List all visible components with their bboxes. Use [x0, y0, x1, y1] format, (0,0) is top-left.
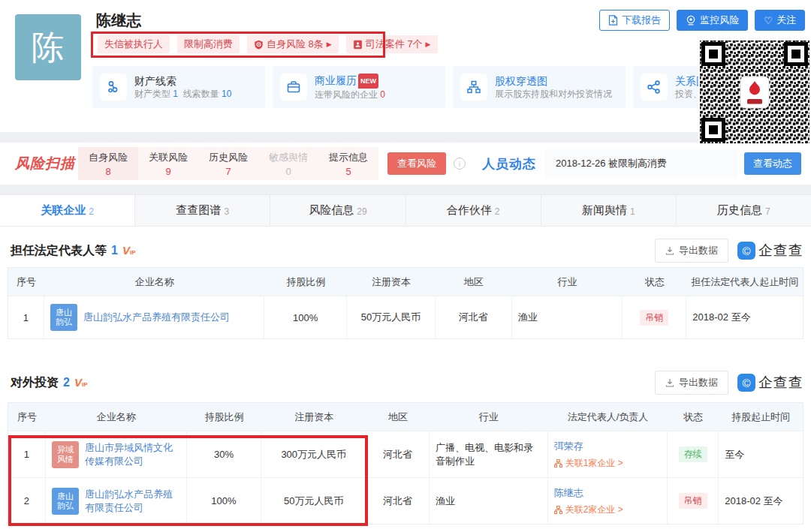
vip-icon: VIP — [74, 376, 88, 389]
share-nodes-icon — [641, 74, 668, 101]
qr-finder-bottom-left — [701, 118, 725, 142]
tab-bar: 关联企业2 查查图谱3 风险信息29 合作伙伴2 新闻舆情1 历史信息7 — [0, 194, 811, 227]
new-badge: NEW — [358, 74, 378, 89]
org-chart-icon — [460, 74, 487, 101]
download-report-button[interactable]: 下载报告 — [599, 10, 670, 31]
heart-icon: ♡ — [764, 15, 773, 26]
company-logo: 唐山韵弘 — [50, 304, 77, 331]
qr-finder-top-left — [701, 42, 725, 66]
risk-item-history[interactable]: 历史风险7 — [198, 147, 258, 180]
section-legal-rep-header: 担任法定代表人等 1 VIP 导出数据 © 企查查 — [0, 239, 811, 263]
tab-related-companies[interactable]: 关联企业2 — [0, 195, 135, 226]
table-header-row: 序号 企业名称 持股比例 注册资本 地区 行业 状态 担任法定代表人起止时间 — [8, 267, 803, 296]
status-badge: 吊销 — [640, 310, 668, 326]
qr-center-logo — [740, 77, 769, 108]
table-header-row: 序号 企业名称 持股比例 注册资本 地区 行业 法定代表人/负责人 状态 持股起… — [8, 402, 803, 431]
tag-high-consumption-restricted[interactable]: 限制高消费 — [177, 35, 240, 53]
monitor-camera-icon — [686, 15, 696, 26]
download-icon — [665, 246, 674, 255]
status-badge: 吊销 — [679, 493, 707, 509]
table-row: 2 唐山韵弘 唐山韵弘水产品养殖有限责任公司 100% 50万元人民币 河北省 … — [8, 477, 803, 524]
qichacha-watermark: © 企查查 — [737, 373, 803, 392]
legal-rep-link[interactable]: 弭荣存 — [554, 440, 583, 453]
view-dynamics-button[interactable]: 查看动态 — [744, 152, 801, 175]
risk-scan-logo: 风险扫描 — [15, 154, 78, 173]
tag-judicial-cases[interactable]: 司法案件 7个 ▶ — [346, 35, 438, 53]
risk-scan-bar: 风险扫描 自身风险8 关联风险9 历史风险7 敏感舆情0 提示信息5 查看风险 … — [0, 143, 811, 185]
case-book-icon — [353, 40, 363, 50]
info-icon[interactable]: i — [454, 158, 466, 170]
vip-icon: VIP — [122, 244, 136, 257]
card-title: 财产线索 — [134, 74, 231, 88]
risk-items: 自身风险8 关联风险9 历史风险7 敏感舆情0 提示信息5 — [78, 147, 378, 180]
company-link[interactable]: 唐山韵弘水产品养殖有限责任公司 — [83, 311, 230, 324]
section-title: 对外投资 2 VIP — [8, 375, 87, 391]
relation-icon — [554, 506, 562, 514]
tab-news[interactable]: 新闻舆情1 — [541, 195, 677, 226]
avatar: 陈 — [15, 14, 81, 80]
monitor-risk-button[interactable]: 监控风险 — [677, 10, 748, 31]
qichacha-watermark: © 企查查 — [737, 241, 803, 260]
card-equity-penetration[interactable]: 股权穿透图 展示股东持股和对外投资情况 — [453, 66, 626, 108]
tag-dishonest-executee[interactable]: 失信被执行人 — [98, 35, 170, 53]
tab-chacha-graph[interactable]: 查查图谱3 — [135, 195, 270, 226]
export-data-button[interactable]: 导出数据 — [655, 239, 728, 263]
tab-partners[interactable]: 合作伙伴2 — [406, 195, 541, 226]
personnel-dynamics-logo: 人员动态 — [482, 155, 536, 173]
download-icon — [665, 378, 674, 387]
view-risk-button[interactable]: 查看风险 — [387, 152, 446, 175]
tag-self-risk[interactable]: 自身风险 8条 ▶ — [247, 35, 339, 53]
card-property-clues[interactable]: 财产线索 财产类型 1 线索数量 10 — [92, 66, 265, 108]
briefcase-icon — [280, 74, 307, 101]
relation-icon — [554, 459, 562, 467]
section-count: 1 — [111, 244, 118, 257]
tab-history[interactable]: 历史信息7 — [677, 195, 811, 226]
export-data-button[interactable]: 导出数据 — [655, 371, 728, 395]
tab-risk-info[interactable]: 风险信息29 — [270, 195, 406, 226]
card-business-history[interactable]: 商业履历NEW 连带风险的企业 0 — [273, 66, 445, 108]
investments-table: 序号 企业名称 持股比例 注册资本 地区 行业 法定代表人/负责人 状态 持股起… — [8, 402, 803, 524]
document-icon — [608, 15, 618, 26]
qr-finder-top-right — [784, 42, 808, 66]
section-title: 担任法定代表人等 1 VIP — [8, 243, 135, 259]
qichacha-logo-icon: © — [737, 374, 755, 392]
header-actions: 下载报告 监控风险 ♡ 关注 — [599, 10, 805, 31]
qr-code — [698, 39, 811, 145]
card-title: 商业履历NEW — [315, 74, 385, 89]
section-count: 2 — [63, 376, 70, 389]
legal-rep-link[interactable]: 陈继志 — [554, 486, 583, 500]
company-link[interactable]: 唐山市异域风情文化传媒有限公司 — [85, 441, 180, 468]
follow-button[interactable]: ♡ 关注 — [755, 10, 805, 31]
risk-tags-row: 失信被执行人 限制高消费 自身风险 8条 ▶ 司法案件 7个 ▶ — [98, 35, 438, 53]
page-title: 陈继志 — [96, 11, 141, 31]
legal-rep-table: 序号 企业名称 持股比例 注册资本 地区 行业 状态 担任法定代表人起止时间 1… — [8, 267, 803, 339]
qr-logo-label — [747, 99, 762, 104]
chevron-right-icon: ▶ — [426, 41, 431, 48]
risk-item-self[interactable]: 自身风险8 — [78, 147, 138, 180]
shield-icon — [254, 40, 264, 50]
related-companies-link[interactable]: 关联1家企业 > — [554, 457, 623, 470]
table-row: 1 唐山韵弘 唐山韵弘水产品养殖有限责任公司 100% 50万元人民币 河北省 … — [8, 296, 803, 338]
risk-item-hints[interactable]: 提示信息5 — [318, 147, 378, 180]
risk-item-related[interactable]: 关联风险9 — [138, 147, 198, 180]
status-badge: 存续 — [679, 446, 707, 462]
tab-content: 担任法定代表人等 1 VIP 导出数据 © 企查查 序号 企业名称 持股比例 注… — [0, 227, 811, 532]
risk-item-sentiment[interactable]: 敏感舆情0 — [258, 147, 318, 180]
qichacha-logo-icon: © — [737, 242, 755, 260]
person-header-card: 陈 陈继志 失信被执行人 限制高消费 自身风险 8条 ▶ 司法案件 7个 ▶ 下… — [0, 0, 811, 132]
table-row: 1 异域风情 唐山市异域风情文化传媒有限公司 30% 300万元人民币 河北省 … — [8, 431, 803, 477]
company-logo: 异域风情 — [52, 441, 79, 468]
related-companies-link[interactable]: 关联2家企业 > — [554, 503, 623, 516]
chevron-right-icon: ▶ — [327, 41, 332, 48]
card-title: 股权穿透图 — [495, 74, 612, 88]
company-link[interactable]: 唐山韵弘水产品养殖有限责任公司 — [85, 488, 180, 515]
personnel-event: 2018-12-26 被限制高消费 — [545, 149, 737, 178]
company-logo: 唐山韵弘 — [52, 488, 79, 515]
section-investments-header: 对外投资 2 VIP 导出数据 © 企查查 — [0, 371, 811, 395]
clue-link-icon — [100, 74, 127, 101]
